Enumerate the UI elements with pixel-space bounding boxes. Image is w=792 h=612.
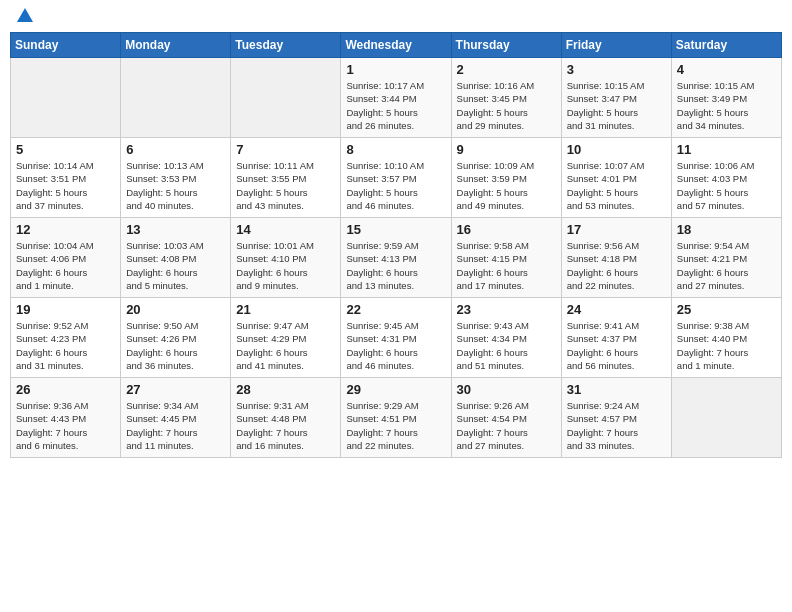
calendar-cell: 16Sunrise: 9:58 AM Sunset: 4:15 PM Dayli… [451, 218, 561, 298]
day-number: 24 [567, 302, 666, 317]
calendar-cell: 7Sunrise: 10:11 AM Sunset: 3:55 PM Dayli… [231, 138, 341, 218]
day-info: Sunrise: 10:15 AM Sunset: 3:47 PM Daylig… [567, 79, 666, 132]
calendar-cell: 21Sunrise: 9:47 AM Sunset: 4:29 PM Dayli… [231, 298, 341, 378]
calendar-header-monday: Monday [121, 33, 231, 58]
calendar-cell [231, 58, 341, 138]
day-info: Sunrise: 10:10 AM Sunset: 3:57 PM Daylig… [346, 159, 445, 212]
calendar-cell: 5Sunrise: 10:14 AM Sunset: 3:51 PM Dayli… [11, 138, 121, 218]
day-number: 13 [126, 222, 225, 237]
calendar-week-row: 19Sunrise: 9:52 AM Sunset: 4:23 PM Dayli… [11, 298, 782, 378]
day-info: Sunrise: 10:15 AM Sunset: 3:49 PM Daylig… [677, 79, 776, 132]
day-info: Sunrise: 9:43 AM Sunset: 4:34 PM Dayligh… [457, 319, 556, 372]
day-number: 6 [126, 142, 225, 157]
day-info: Sunrise: 10:17 AM Sunset: 3:44 PM Daylig… [346, 79, 445, 132]
page-container: SundayMondayTuesdayWednesdayThursdayFrid… [0, 0, 792, 612]
calendar-cell: 14Sunrise: 10:01 AM Sunset: 4:10 PM Dayl… [231, 218, 341, 298]
day-info: Sunrise: 10:03 AM Sunset: 4:08 PM Daylig… [126, 239, 225, 292]
calendar-header-tuesday: Tuesday [231, 33, 341, 58]
day-info: Sunrise: 9:45 AM Sunset: 4:31 PM Dayligh… [346, 319, 445, 372]
calendar-cell: 15Sunrise: 9:59 AM Sunset: 4:13 PM Dayli… [341, 218, 451, 298]
calendar-week-row: 5Sunrise: 10:14 AM Sunset: 3:51 PM Dayli… [11, 138, 782, 218]
day-info: Sunrise: 9:26 AM Sunset: 4:54 PM Dayligh… [457, 399, 556, 452]
day-number: 5 [16, 142, 115, 157]
day-number: 31 [567, 382, 666, 397]
calendar-cell: 28Sunrise: 9:31 AM Sunset: 4:48 PM Dayli… [231, 378, 341, 458]
day-info: Sunrise: 10:06 AM Sunset: 4:03 PM Daylig… [677, 159, 776, 212]
calendar-cell: 30Sunrise: 9:26 AM Sunset: 4:54 PM Dayli… [451, 378, 561, 458]
calendar-header-thursday: Thursday [451, 33, 561, 58]
day-info: Sunrise: 9:38 AM Sunset: 4:40 PM Dayligh… [677, 319, 776, 372]
day-info: Sunrise: 10:16 AM Sunset: 3:45 PM Daylig… [457, 79, 556, 132]
calendar-header-sunday: Sunday [11, 33, 121, 58]
calendar-cell: 8Sunrise: 10:10 AM Sunset: 3:57 PM Dayli… [341, 138, 451, 218]
calendar-week-row: 12Sunrise: 10:04 AM Sunset: 4:06 PM Dayl… [11, 218, 782, 298]
day-number: 15 [346, 222, 445, 237]
day-info: Sunrise: 10:04 AM Sunset: 4:06 PM Daylig… [16, 239, 115, 292]
day-number: 17 [567, 222, 666, 237]
calendar-cell: 31Sunrise: 9:24 AM Sunset: 4:57 PM Dayli… [561, 378, 671, 458]
day-number: 18 [677, 222, 776, 237]
day-number: 20 [126, 302, 225, 317]
day-number: 14 [236, 222, 335, 237]
day-info: Sunrise: 10:09 AM Sunset: 3:59 PM Daylig… [457, 159, 556, 212]
day-number: 23 [457, 302, 556, 317]
calendar-cell: 10Sunrise: 10:07 AM Sunset: 4:01 PM Dayl… [561, 138, 671, 218]
day-number: 19 [16, 302, 115, 317]
calendar-cell: 24Sunrise: 9:41 AM Sunset: 4:37 PM Dayli… [561, 298, 671, 378]
day-info: Sunrise: 9:29 AM Sunset: 4:51 PM Dayligh… [346, 399, 445, 452]
page-header [10, 10, 782, 24]
day-info: Sunrise: 9:31 AM Sunset: 4:48 PM Dayligh… [236, 399, 335, 452]
day-info: Sunrise: 10:14 AM Sunset: 3:51 PM Daylig… [16, 159, 115, 212]
calendar-cell: 4Sunrise: 10:15 AM Sunset: 3:49 PM Dayli… [671, 58, 781, 138]
calendar-cell: 27Sunrise: 9:34 AM Sunset: 4:45 PM Dayli… [121, 378, 231, 458]
day-number: 22 [346, 302, 445, 317]
calendar-cell [121, 58, 231, 138]
calendar-cell: 18Sunrise: 9:54 AM Sunset: 4:21 PM Dayli… [671, 218, 781, 298]
logo-triangle-icon [17, 8, 33, 22]
day-info: Sunrise: 10:01 AM Sunset: 4:10 PM Daylig… [236, 239, 335, 292]
day-info: Sunrise: 9:24 AM Sunset: 4:57 PM Dayligh… [567, 399, 666, 452]
day-info: Sunrise: 9:58 AM Sunset: 4:15 PM Dayligh… [457, 239, 556, 292]
day-info: Sunrise: 9:34 AM Sunset: 4:45 PM Dayligh… [126, 399, 225, 452]
calendar-cell: 29Sunrise: 9:29 AM Sunset: 4:51 PM Dayli… [341, 378, 451, 458]
calendar-week-row: 1Sunrise: 10:17 AM Sunset: 3:44 PM Dayli… [11, 58, 782, 138]
calendar-cell: 11Sunrise: 10:06 AM Sunset: 4:03 PM Dayl… [671, 138, 781, 218]
day-info: Sunrise: 10:07 AM Sunset: 4:01 PM Daylig… [567, 159, 666, 212]
day-number: 30 [457, 382, 556, 397]
calendar-header-friday: Friday [561, 33, 671, 58]
calendar-header-saturday: Saturday [671, 33, 781, 58]
calendar-header-wednesday: Wednesday [341, 33, 451, 58]
day-info: Sunrise: 10:13 AM Sunset: 3:53 PM Daylig… [126, 159, 225, 212]
day-number: 26 [16, 382, 115, 397]
day-number: 9 [457, 142, 556, 157]
calendar-table: SundayMondayTuesdayWednesdayThursdayFrid… [10, 32, 782, 458]
calendar-cell: 20Sunrise: 9:50 AM Sunset: 4:26 PM Dayli… [121, 298, 231, 378]
day-info: Sunrise: 10:11 AM Sunset: 3:55 PM Daylig… [236, 159, 335, 212]
day-info: Sunrise: 9:59 AM Sunset: 4:13 PM Dayligh… [346, 239, 445, 292]
day-number: 29 [346, 382, 445, 397]
day-number: 27 [126, 382, 225, 397]
day-info: Sunrise: 9:50 AM Sunset: 4:26 PM Dayligh… [126, 319, 225, 372]
calendar-header-row: SundayMondayTuesdayWednesdayThursdayFrid… [11, 33, 782, 58]
day-info: Sunrise: 9:36 AM Sunset: 4:43 PM Dayligh… [16, 399, 115, 452]
day-number: 11 [677, 142, 776, 157]
calendar-week-row: 26Sunrise: 9:36 AM Sunset: 4:43 PM Dayli… [11, 378, 782, 458]
calendar-cell: 2Sunrise: 10:16 AM Sunset: 3:45 PM Dayli… [451, 58, 561, 138]
calendar-cell: 17Sunrise: 9:56 AM Sunset: 4:18 PM Dayli… [561, 218, 671, 298]
calendar-cell: 1Sunrise: 10:17 AM Sunset: 3:44 PM Dayli… [341, 58, 451, 138]
day-number: 7 [236, 142, 335, 157]
calendar-cell: 26Sunrise: 9:36 AM Sunset: 4:43 PM Dayli… [11, 378, 121, 458]
day-number: 8 [346, 142, 445, 157]
day-number: 1 [346, 62, 445, 77]
day-info: Sunrise: 9:56 AM Sunset: 4:18 PM Dayligh… [567, 239, 666, 292]
day-number: 2 [457, 62, 556, 77]
day-info: Sunrise: 9:41 AM Sunset: 4:37 PM Dayligh… [567, 319, 666, 372]
day-number: 16 [457, 222, 556, 237]
day-number: 4 [677, 62, 776, 77]
day-number: 21 [236, 302, 335, 317]
day-number: 12 [16, 222, 115, 237]
calendar-cell: 22Sunrise: 9:45 AM Sunset: 4:31 PM Dayli… [341, 298, 451, 378]
calendar-cell: 9Sunrise: 10:09 AM Sunset: 3:59 PM Dayli… [451, 138, 561, 218]
day-number: 10 [567, 142, 666, 157]
day-number: 25 [677, 302, 776, 317]
